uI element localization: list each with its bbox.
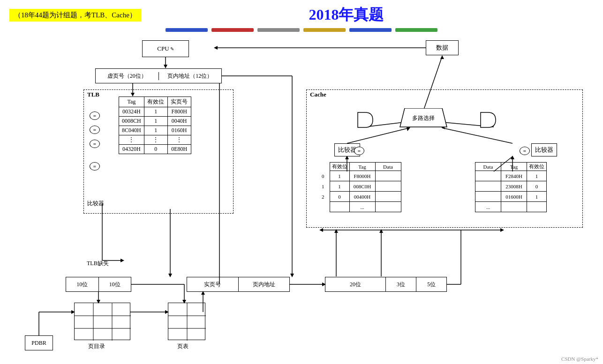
tlb-tag-1: 00324H bbox=[119, 107, 144, 117]
tlb-header-valid: 有效位 bbox=[144, 97, 167, 107]
eq-sign-3: = bbox=[90, 140, 100, 148]
cache-left-data-0 bbox=[375, 171, 401, 181]
real-page-label: 实页号 bbox=[187, 277, 239, 291]
color-bar-2 bbox=[211, 28, 254, 32]
svg-marker-50 bbox=[319, 228, 323, 232]
cache-right-valid-2: 1 bbox=[527, 192, 547, 202]
cache-left-valid-2: 0 bbox=[330, 192, 349, 202]
cache-left-tag-1: 008C0H bbox=[349, 181, 375, 192]
cache-right-row-2: 01600H 1 bbox=[475, 192, 547, 202]
tlb-comparator-label: 比较器 bbox=[87, 200, 104, 208]
page-directory-box bbox=[74, 303, 130, 340]
tlb-header-page: 实页号 bbox=[167, 97, 191, 107]
svg-marker-6 bbox=[290, 274, 294, 277]
tlb-tag-last: 04320H bbox=[119, 145, 144, 154]
cache-left-data-1 bbox=[375, 181, 401, 192]
svg-marker-11 bbox=[168, 274, 172, 277]
cache-left-data-dots bbox=[375, 202, 401, 212]
svg-marker-20 bbox=[379, 229, 383, 233]
cache-left-idx-dots bbox=[316, 202, 330, 212]
cache-left-tag-header: Tag bbox=[349, 163, 375, 171]
color-bar-5 bbox=[349, 28, 392, 32]
cache-left-row-dots: ... bbox=[316, 202, 401, 212]
tlb-valid-3: 1 bbox=[144, 126, 167, 135]
tlb-tag-2: 0008CH bbox=[119, 117, 144, 126]
tlb-label: TLB bbox=[87, 91, 99, 98]
tlb-row-last: 04320H 0 0E80H bbox=[119, 145, 191, 154]
cache-right-row-1: 23008H 0 bbox=[475, 181, 547, 192]
phys-20bit: 20位 bbox=[325, 277, 386, 291]
cache-left-data-2 bbox=[375, 192, 401, 202]
tlb-tag-dots: ⋮ bbox=[119, 135, 144, 145]
color-bar-4 bbox=[303, 28, 346, 32]
cache-left-idx-1: 1 bbox=[316, 181, 330, 192]
svg-marker-9 bbox=[121, 259, 124, 262]
svg-marker-32 bbox=[214, 46, 218, 50]
tlb-valid-dots: ⋮ bbox=[144, 135, 167, 145]
color-bars bbox=[0, 27, 603, 32]
cache-right-tag-1: 23008H bbox=[501, 181, 527, 192]
subtitle-badge: （18年44题为计组题，考TLB、Cache） bbox=[9, 9, 141, 22]
cache-right-row-dots: ... bbox=[475, 202, 547, 212]
and-gate-right bbox=[480, 111, 497, 128]
mux-svg: 多路选择 bbox=[398, 108, 449, 128]
cpu-label: CPU bbox=[157, 45, 169, 52]
cache-comparator-right: 比较器 bbox=[531, 143, 557, 156]
pdbr-box: PDBR bbox=[25, 335, 53, 350]
tlb-row-dots: ⋮ ⋮ ⋮ bbox=[119, 135, 191, 145]
cache-right-tag-header: Tag bbox=[501, 163, 527, 171]
svg-marker-1 bbox=[164, 65, 167, 68]
cache-left-valid-1: 1 bbox=[330, 181, 349, 192]
cache-left-valid-dots bbox=[330, 202, 349, 212]
tlb-page-2: 0040H bbox=[167, 117, 191, 126]
tenbit-box: 10位 10位 bbox=[66, 277, 131, 292]
tlb-page-1: F800H bbox=[167, 107, 191, 117]
page-offset-phys-label: 页内地址 bbox=[239, 277, 290, 291]
color-bar-3 bbox=[257, 28, 300, 32]
page-dir-label: 页目录 bbox=[88, 342, 105, 350]
cache-right-table: Data Tag 有效位 F2840H 1 23008H 0 bbox=[475, 162, 547, 212]
cache-left-row-1: 1 1 008C0H bbox=[316, 181, 401, 192]
page-table-label: 页表 bbox=[177, 342, 188, 350]
tlb-header-tag: Tag bbox=[119, 97, 144, 107]
cpu-box: CPU ✎ bbox=[142, 40, 189, 57]
cache-left-idx-0: 0 bbox=[316, 171, 330, 181]
svg-marker-30 bbox=[440, 55, 444, 59]
page-dir-grid bbox=[75, 303, 131, 341]
page-table-box bbox=[168, 303, 205, 340]
and-gate-left bbox=[357, 111, 374, 128]
cache-right-data-0 bbox=[475, 171, 501, 181]
tlb-page-3: 0160H bbox=[167, 126, 191, 135]
cache-right-data-header: Data bbox=[475, 163, 501, 171]
cache-left-idx-2: 2 bbox=[316, 192, 330, 202]
cache-right-valid-dots bbox=[527, 202, 547, 212]
svg-marker-18 bbox=[334, 229, 338, 233]
eq-sign-4: = bbox=[90, 162, 100, 171]
cache-left-tag-0: F8000H bbox=[349, 171, 375, 181]
cache-comp-right-label: 比较器 bbox=[535, 146, 553, 154]
color-bar-6 bbox=[395, 28, 437, 32]
cache-right-valid-header: 有效位 bbox=[527, 163, 547, 171]
main-title: 2018年真题 bbox=[141, 5, 551, 25]
cache-right-data-1 bbox=[475, 181, 501, 192]
cache-left-tag-dots: ... bbox=[349, 202, 375, 212]
cache-left-row-0: 0 1 F8000H bbox=[316, 171, 401, 181]
tenbit-right: 10位 bbox=[99, 277, 131, 291]
phys-5bit: 5位 bbox=[416, 277, 446, 291]
tlb-page-dots: ⋮ bbox=[167, 135, 191, 145]
header: （18年44题为计组题，考TLB、Cache） 2018年真题 bbox=[0, 0, 603, 27]
main-diagram: CPU ✎ 虚页号（20位） 页内地址（12位） TLB = = = = Tag… bbox=[6, 36, 597, 335]
cache-left-table: 有效位 Tag Data 0 1 F8000H 1 1 008C0H bbox=[316, 162, 401, 212]
virtual-address-box: 虚页号（20位） 页内地址（12位） bbox=[95, 68, 222, 83]
cache-left-idx-header bbox=[316, 163, 330, 171]
virtual-page-label: 虚页号（20位） bbox=[96, 72, 159, 80]
phys-3bit: 3位 bbox=[386, 277, 416, 291]
page-offset-label: 页内地址（12位） bbox=[159, 72, 222, 80]
tlb-valid-1: 1 bbox=[144, 107, 167, 117]
cache-right-data-dots: ... bbox=[475, 202, 501, 212]
color-bar-1 bbox=[166, 28, 208, 32]
eq-cache-right: = bbox=[520, 147, 530, 155]
tlb-miss-label: TLB缺失 bbox=[87, 260, 109, 267]
data-box: 数据 bbox=[426, 40, 459, 55]
cache-right-tag-dots bbox=[501, 202, 527, 212]
